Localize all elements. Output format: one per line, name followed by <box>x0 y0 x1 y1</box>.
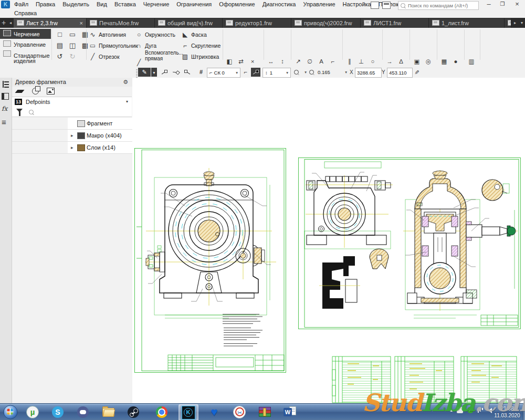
filter-icon[interactable] <box>16 109 23 112</box>
taskbar-steam[interactable] <box>124 404 143 420</box>
tool-icon[interactable]: ◎ <box>424 57 433 66</box>
tool-autoline[interactable]: ∿Автолиния <box>88 30 126 39</box>
tool-circle[interactable]: ○Окружность <box>134 30 175 39</box>
style-button[interactable]: ✎ <box>138 68 151 77</box>
minimize-button[interactable]: – <box>483 0 495 9</box>
tool-icon[interactable]: ○ <box>368 57 377 66</box>
app-logo-icon[interactable]: K <box>1 1 10 8</box>
tab-1-list[interactable]: 1_лист.frw <box>429 18 505 28</box>
snaps-toggle-button[interactable] <box>251 68 260 77</box>
tool-rectangle[interactable]: ▭Прямоугольник <box>88 41 138 50</box>
layer-select[interactable]: ↕1▾ <box>262 68 291 78</box>
tree-search-input[interactable] <box>27 107 132 117</box>
tool-aux-line[interactable]: ╱Вспомогатель...прямая <box>134 50 183 62</box>
show-windows-icon[interactable] <box>382 2 391 9</box>
preview-icon[interactable]: ◫ <box>67 41 78 50</box>
menu-management[interactable]: Управление <box>299 0 339 9</box>
tab-scroll-right[interactable]: ▸ <box>511 18 519 28</box>
menu-view[interactable]: Вид <box>93 0 111 9</box>
taskbar-discord[interactable] <box>74 404 92 420</box>
tab-pechatmoe[interactable]: ПечатьМое.frw <box>87 18 155 28</box>
menu-layout[interactable]: Оформление <box>215 0 258 9</box>
tree-item-fragment[interactable]: Фрагмент <box>12 118 132 130</box>
tool-segment[interactable]: ╱Отрезок <box>88 52 120 61</box>
sheet-list23-drawing[interactable] <box>134 148 286 373</box>
restore-button[interactable]: ❐ <box>497 0 508 9</box>
tab-reduktor1[interactable]: редуктор1.frw <box>223 18 291 28</box>
tool-icon[interactable]: А <box>317 57 326 66</box>
tool-hatch[interactable]: ▨Штриховка <box>181 52 219 61</box>
parameters-panel-icon[interactable] <box>2 93 9 100</box>
tool-icon[interactable]: ▥ <box>467 57 476 66</box>
redo-icon[interactable]: ↻ <box>67 52 78 61</box>
tool-icon[interactable]: ● <box>451 57 460 66</box>
tab-list23[interactable]: Лист 2,3.frw× <box>14 18 87 28</box>
tool-icon[interactable]: ∆ <box>396 57 406 66</box>
search-input[interactable] <box>407 2 477 9</box>
menu-settings[interactable]: Настройка <box>339 0 375 9</box>
zoom-scale-control[interactable]: 0.165▾ <box>309 68 347 77</box>
taskbar-word[interactable]: W <box>280 404 299 420</box>
menu-drawing[interactable]: Черчение <box>140 0 173 9</box>
tool-icon[interactable]: ∥ <box>345 57 354 66</box>
tab-scroll-left[interactable]: ◂ <box>7 18 14 28</box>
taskbar-chrome[interactable] <box>152 404 171 420</box>
tool-icon[interactable]: → <box>385 57 394 66</box>
tree-item-layers[interactable]: ▸ Слои (x14) <box>12 142 132 154</box>
undo-icon[interactable]: ↺ <box>55 52 65 61</box>
menu-constraints[interactable]: Ограничения <box>173 0 215 9</box>
tool-icon[interactable]: ◧ <box>225 57 234 66</box>
expand-icon[interactable]: ▸ <box>71 142 74 153</box>
new-tab-button[interactable]: + <box>0 18 7 28</box>
gear-icon[interactable]: ⚙ <box>123 78 128 87</box>
objects-filter-icon[interactable] <box>32 88 39 94</box>
taskbar-skype[interactable]: S <box>48 404 67 420</box>
tab-privod2002[interactable]: привод(ч)2002.frw <box>291 18 361 28</box>
tool-chamfer[interactable]: ◣Фаска <box>181 30 207 39</box>
menu-diagnostics[interactable]: Диагностика <box>259 0 300 9</box>
menu-panel-icon[interactable]: ≡ <box>2 118 10 126</box>
tool-icon[interactable]: × <box>248 57 257 66</box>
coordinate-system-select[interactable]: ⌐СК 0▾ <box>207 68 240 78</box>
tool-icon[interactable]: ▦ <box>439 57 449 66</box>
snap-mode-2-icon[interactable] <box>173 68 179 77</box>
taskbar-explorer[interactable] <box>99 404 118 420</box>
snap-mode-3-icon[interactable] <box>184 68 191 77</box>
tool-icon[interactable]: ↕ <box>278 57 287 66</box>
current-layer-select[interactable]: 13 Defpoints ▾ <box>12 97 132 107</box>
tool-icon[interactable]: ∅ <box>305 57 314 66</box>
open-document-icon[interactable]: ▭ <box>67 30 78 39</box>
bar-grip[interactable] <box>136 69 138 78</box>
start-button[interactable] <box>1 404 20 420</box>
mode-drawing[interactable]: Черчение <box>0 29 51 39</box>
tool-icon[interactable]: ⇄ <box>236 57 246 66</box>
expand-icon[interactable]: ▸ <box>71 130 74 141</box>
print-icon[interactable]: ▤ <box>55 41 65 50</box>
taskbar-winrar[interactable] <box>255 404 274 420</box>
menu-help[interactable]: Справка <box>10 9 40 18</box>
snap-mode-1-icon[interactable] <box>161 68 167 77</box>
image-icon[interactable] <box>47 88 55 94</box>
tab-obshiy-vid[interactable]: общий вид(ч).frw <box>155 18 223 28</box>
menu-select[interactable]: Выделить <box>59 0 93 9</box>
tool-icon[interactable]: ↗ <box>293 57 303 66</box>
close-button[interactable]: × <box>511 0 523 9</box>
taskbar-snipping[interactable]: ✂ <box>230 404 249 420</box>
new-document-icon[interactable]: □ <box>55 30 65 39</box>
tool-icon[interactable]: ⌐ <box>328 57 338 66</box>
tree-item-macro[interactable]: ▸ Макро (x404) <box>12 130 132 142</box>
layer-flat-icon[interactable] <box>15 90 24 93</box>
tool-arc[interactable]: ∩Дуга <box>134 41 156 50</box>
grid-toggle-icon[interactable]: # <box>197 68 205 77</box>
tool-icon[interactable]: ↔ <box>266 57 276 66</box>
tab-overflow-stub[interactable] <box>505 18 511 28</box>
eyedropper-icon[interactable]: ✎ <box>412 69 421 76</box>
y-coordinate-field[interactable]: 453.110 <box>387 68 413 78</box>
ortho-mode-icon[interactable]: ⌐ <box>242 68 249 77</box>
sheet-section-drawing[interactable] <box>298 158 521 329</box>
tool-icon[interactable]: ⊥ <box>356 57 366 66</box>
tab-list-button[interactable]: ▾ <box>518 18 525 28</box>
drawing-canvas[interactable] <box>132 78 525 403</box>
tree-panel-icon[interactable] <box>2 80 10 89</box>
taskbar-heart-app[interactable]: ♥ <box>205 404 224 420</box>
